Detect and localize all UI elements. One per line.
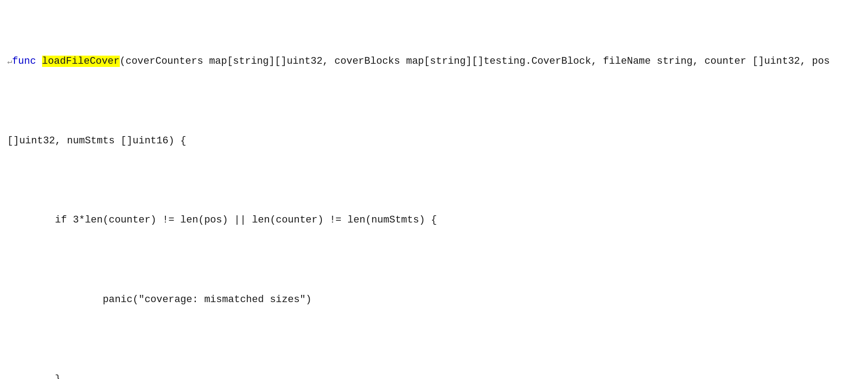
line-content: } — [7, 374, 61, 379]
line-content: panic("coverage: mismatched sizes") — [7, 294, 311, 305]
code-line-5: } — [7, 371, 861, 379]
code-view: ↵func loadFileCover(coverCounters map[st… — [0, 4, 868, 379]
code-line-2: []uint32, numStmts []uint16) { — [7, 133, 861, 149]
function-name-highlight: loadFileCover — [42, 56, 120, 67]
code-line-4: panic("coverage: mismatched sizes") — [7, 292, 861, 308]
code-line-3: if 3*len(counter) != len(pos) || len(cou… — [7, 212, 861, 228]
code-line-1: ↵func loadFileCover(coverCounters map[st… — [7, 53, 861, 69]
line-content: []uint32, numStmts []uint16) { — [7, 135, 186, 147]
continuation-marker: ↵ — [7, 57, 12, 66]
line-content: if 3*len(counter) != len(pos) || len(cou… — [7, 214, 437, 226]
func-keyword: func — [12, 56, 42, 67]
func-params: (coverCounters map[string][]uint32, cove… — [120, 56, 830, 67]
